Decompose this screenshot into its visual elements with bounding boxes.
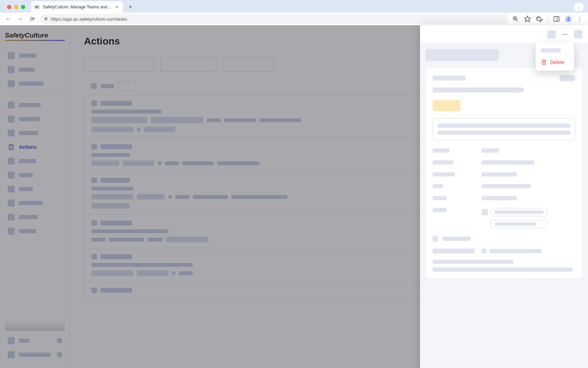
svg-point-8 (562, 34, 564, 35)
new-tab-button[interactable]: + (126, 2, 135, 12)
window-close-button[interactable] (7, 5, 11, 9)
site-settings-icon[interactable]: ⚙ (44, 16, 48, 21)
label-chip[interactable] (491, 220, 547, 228)
svg-point-9 (565, 34, 566, 35)
browser-chrome: SC SafetyCulture: Manage Teams and… × + … (0, 0, 588, 25)
drawer-header: Delete (420, 25, 588, 43)
label-chip[interactable] (491, 208, 547, 216)
app-logo: SafetyCulture (5, 32, 65, 41)
zoom-icon[interactable] (512, 15, 519, 22)
sidebar-item[interactable] (5, 98, 65, 112)
sidebar: SafetyCulture Actions (0, 25, 70, 368)
extensions-icon[interactable] (536, 15, 543, 22)
browser-tab[interactable]: SC SafetyCulture: Manage Teams and… × (31, 1, 123, 13)
more-options-button[interactable] (560, 29, 570, 39)
drawer-body (420, 43, 588, 368)
tabs-dropdown-icon[interactable]: ⌄ (574, 3, 584, 11)
sidebar-item[interactable] (5, 77, 65, 91)
drawer-close-button[interactable] (574, 30, 582, 39)
sidebar-item[interactable] (5, 334, 65, 348)
action-details-panel (426, 68, 582, 279)
nav-back-icon[interactable]: ← (4, 15, 13, 23)
more-horizontal-icon (562, 31, 568, 37)
action-detail-drawer: Delete (420, 25, 588, 368)
svg-rect-5 (554, 16, 559, 21)
tab-title: SafetyCulture: Manage Teams and… (43, 5, 112, 9)
sidebar-item[interactable] (5, 224, 65, 238)
sidebar-item[interactable] (5, 63, 65, 77)
url-bar: ← → ⟳ ⚙ https://app.au.safetyculture.com… (0, 13, 588, 25)
action-title-skeleton (426, 49, 499, 61)
description-box[interactable] (433, 118, 575, 140)
filter-input[interactable] (84, 57, 154, 71)
sidebar-item[interactable] (5, 126, 65, 140)
drawer-header-action[interactable] (547, 30, 556, 39)
menu-item-label: Delete (550, 60, 564, 65)
sidebar-item[interactable] (5, 196, 65, 210)
sidebar-item-label: Actions (19, 144, 37, 150)
sidebar-item[interactable] (5, 168, 65, 182)
tab-bar: SC SafetyCulture: Manage Teams and… × + … (0, 0, 588, 13)
status-badge (433, 100, 461, 111)
svg-line-1 (517, 20, 518, 21)
nav-forward-icon[interactable]: → (16, 15, 24, 23)
more-options-menu: Delete (536, 43, 574, 71)
menu-item[interactable] (536, 45, 574, 56)
checkbox[interactable] (91, 83, 97, 89)
tab-close-icon[interactable]: × (114, 5, 119, 9)
trash-icon (541, 60, 547, 65)
sidepanel-icon[interactable] (553, 15, 560, 22)
sidebar-item[interactable] (5, 210, 65, 224)
filter-input[interactable] (160, 57, 216, 71)
bookmark-icon[interactable] (524, 15, 531, 22)
nav-reload-icon[interactable]: ⟳ (28, 15, 36, 23)
sidebar-item[interactable] (5, 49, 65, 63)
svg-marker-4 (525, 16, 531, 22)
window-maximize-button[interactable] (21, 5, 25, 9)
sidebar-item[interactable] (5, 112, 65, 126)
menu-item-delete[interactable]: Delete (536, 56, 574, 69)
profile-icon[interactable] (565, 15, 572, 22)
svg-point-7 (568, 17, 569, 19)
sort-select[interactable] (118, 81, 136, 91)
chrome-menu-icon[interactable]: ⋮ (577, 15, 584, 22)
svg-point-10 (566, 34, 567, 35)
sidebar-item-actions[interactable]: Actions (5, 140, 65, 154)
url-text: https://app.au.safetyculture.com/tasks (51, 16, 127, 22)
tab-favicon-icon: SC (34, 4, 40, 10)
actions-icon (8, 144, 15, 151)
window-minimize-button[interactable] (14, 5, 18, 9)
sidebar-item[interactable] (5, 154, 65, 168)
filter-input[interactable] (223, 57, 275, 71)
sidebar-item[interactable] (5, 348, 65, 362)
sidebar-item[interactable] (5, 182, 65, 196)
window-controls (4, 5, 28, 9)
url-field[interactable]: ⚙ https://app.au.safetyculture.com/tasks (40, 14, 509, 24)
